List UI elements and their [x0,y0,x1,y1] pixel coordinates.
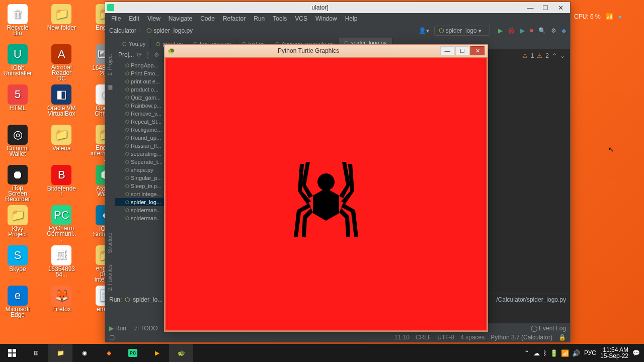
project-file[interactable]: ⬡product o... [115,85,167,94]
maximize-button[interactable]: ☐ [538,3,553,13]
tray-onedrive-icon[interactable]: ☁ [533,349,540,357]
app-taskbar-icon[interactable]: ◆ [97,344,121,362]
desktop-icon[interactable]: AAcrobat Reader DC [46,42,77,81]
indent-info[interactable]: 4 spaces [460,334,485,341]
project-file[interactable]: ⬡Sleep_in.p... [115,182,167,190]
turtle-maximize-button[interactable]: ☐ [455,46,469,55]
desktop-icon[interactable]: 🗑Recycle Bin [2,2,33,41]
run-icon[interactable]: ▶ [498,27,503,34]
desktop-icon[interactable]: ◧Oracle VM VirtualBox [46,82,77,122]
project-tool-button[interactable]: 1: Project [107,51,113,78]
menu-file[interactable]: File [108,14,124,23]
pycharm-titlebar[interactable]: ulator] — ☐ ✕ [105,2,570,13]
desktop-icon[interactable]: SSkype [2,243,33,283]
status-indicator-icon[interactable]: ▢ [109,334,115,341]
chrome-taskbar-icon[interactable]: ◉ [72,344,97,362]
menu-window[interactable]: Window [312,14,340,23]
file-encoding[interactable]: UTF-8 [437,334,454,341]
desktop-icon[interactable]: UIObit Uninstaller [2,42,33,81]
todo-tab-button[interactable]: ☑ TODO [133,325,157,332]
desktop-icon[interactable]: ⏺iTop Screen Recorder [2,163,33,202]
project-file[interactable]: ⬡spiderman... [115,206,167,214]
tray-clock[interactable]: 11:54 AM 15-Sep-22 [600,347,628,359]
taskview-button[interactable]: ⊞ [24,344,48,362]
coverage-icon[interactable]: ▶ [520,27,525,34]
breadcrumb-root[interactable]: Calculator [109,27,136,34]
menu-tools[interactable]: Tools [270,14,290,23]
user-icon[interactable]: 👤▾ [419,27,429,34]
project-file[interactable]: ⬡sort intege... [115,190,167,198]
inspection-indicator[interactable]: ⚠1 ⚠2 ⌃⌄ [522,52,565,59]
turtle-close-button[interactable]: ✕ [470,46,485,55]
project-file[interactable]: ⬡Rockgame... [115,126,167,134]
desktop-icon[interactable]: ◎Coinomi Wallet [2,123,33,162]
desktop-icon[interactable]: 🦊Firefox [46,284,77,323]
project-file[interactable]: ⬡spiderman... [115,214,167,222]
desktop-icon[interactable]: 📁Kivy Project [2,203,33,242]
project-file[interactable]: ⬡Singular_p... [115,174,167,182]
project-file[interactable]: ⬡PongApp... [115,61,167,69]
menu-view[interactable]: View [144,14,164,23]
search-icon[interactable]: 🔍 [538,27,546,34]
minimize-button[interactable]: — [523,3,538,13]
menu-vcs[interactable]: VCS [292,14,310,23]
settings-icon[interactable]: ⚙ [551,27,556,34]
turtle-titlebar[interactable]: 🐢 Python Turtle Graphics — ☐ ✕ [165,45,488,57]
pycharm-taskbar-icon[interactable]: PC [121,344,145,362]
editor-tab[interactable]: ⬡You.py [117,39,151,49]
lock-icon[interactable]: 🔒 [558,334,566,341]
tray-bluetooth-icon[interactable]: ᛒ [543,349,547,357]
interpreter-info[interactable]: Python 3.7 (Calculator) [491,334,552,341]
start-button[interactable] [0,344,24,362]
turtle-minimize-button[interactable]: — [440,46,454,55]
project-file[interactable]: ⬡separating... [115,150,167,158]
run-tab-button[interactable]: ▶ Run [109,325,126,332]
favorites-tool-button[interactable]: 2: Favorites [107,261,113,294]
menu-help[interactable]: Help [342,14,361,23]
media-taskbar-icon[interactable]: ▶ [145,344,169,362]
menu-navigate[interactable]: Navigate [166,14,195,23]
project-sync-icon[interactable]: ⟳ [137,51,142,58]
project-file[interactable]: ⬡Repeat_St... [115,118,167,126]
desktop-icon[interactable]: 📁Valeria [46,123,77,162]
tray-chevron-icon[interactable]: ⌃ [524,349,529,356]
project-collapse-icon[interactable]: ⋮ [145,51,151,58]
menu-run[interactable]: Run [251,14,268,23]
desktop-icon[interactable]: BBitdefender [46,163,77,202]
desktop-icon[interactable]: PCPyCharm Communi... [46,203,77,242]
menu-code[interactable]: Code [197,14,218,23]
project-file[interactable]: ⬡Russian_fl... [115,142,167,150]
eventlog-button[interactable]: ◯ Event Log [531,325,566,332]
project-file[interactable]: ⬡Remove_v... [115,110,167,118]
tray-battery-icon[interactable]: 🔋 [550,349,558,357]
project-file[interactable]: ⬡Quiz_gam... [115,94,167,102]
caret-position[interactable]: 11:10 [394,334,410,341]
project-file[interactable]: ⬡print out e... [115,77,167,85]
turtle-taskbar-icon[interactable]: 🐢 [169,344,193,362]
project-file[interactable]: ⬡Print Emo... [115,69,167,77]
updates-icon[interactable]: ◆ [561,27,566,34]
close-button[interactable]: ✕ [553,3,568,13]
stop-icon[interactable]: ■ [530,27,533,34]
structure-tool-button[interactable]: Structure [107,230,113,256]
explorer-taskbar-icon[interactable]: 📁 [48,344,72,362]
desktop-icon[interactable]: 5HTML [2,82,33,122]
project-file[interactable]: ⬡Rainbow.p... [115,102,167,110]
project-file[interactable]: ⬡spider_log... [115,198,167,206]
line-separator[interactable]: CRLF [416,334,431,341]
tray-language[interactable]: РУС [584,349,596,356]
project-file[interactable]: ⬡Seperate_t... [115,158,167,166]
menu-refactor[interactable]: Refactor [220,14,249,23]
menu-edit[interactable]: Edit [126,14,142,23]
debug-icon[interactable]: 🐞 [508,27,515,34]
structure-icon[interactable]: ▦ [107,83,113,90]
tray-volume-icon[interactable]: 🔊 [572,349,580,357]
desktop-icon[interactable]: 🖼1635489354... [46,243,77,283]
run-config-selector[interactable]: ⬡ spider_logo ▾ [434,26,490,36]
tray-notifications-icon[interactable]: 💬 [632,349,640,356]
desktop-icon[interactable]: 📁New folder [46,2,77,41]
tray-wifi-icon[interactable]: 📶 [561,349,569,357]
desktop-icon[interactable]: eMicrosoft Edge [2,284,33,323]
project-file[interactable]: ⬡shape.py [115,166,167,174]
project-settings-icon[interactable]: ⚙ [154,51,159,58]
